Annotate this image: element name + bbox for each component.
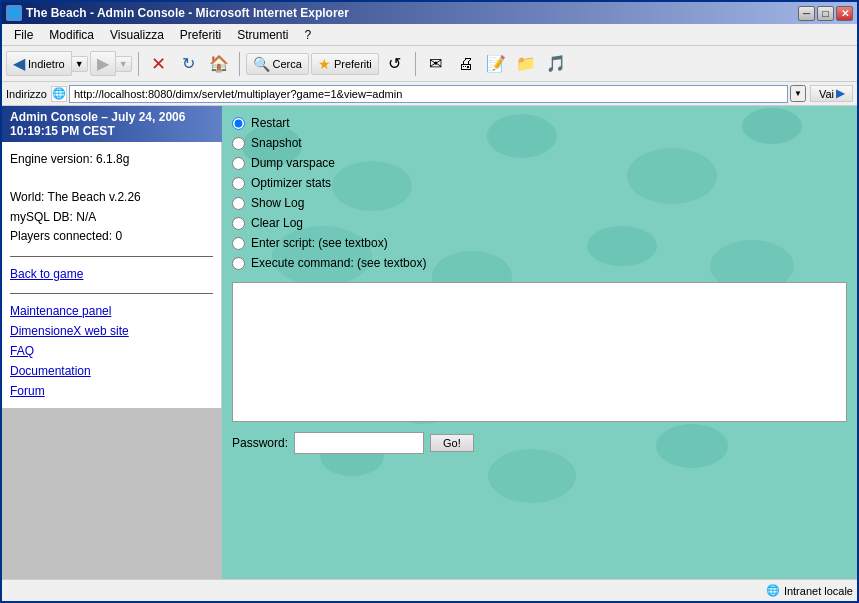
address-input[interactable] <box>69 85 788 103</box>
media-button[interactable]: 🎵 <box>542 50 570 78</box>
folder-button[interactable]: 📁 <box>512 50 540 78</box>
address-bar: Indirizzo 🌐 ▼ Vai ▶ <box>2 82 857 106</box>
radio-clear-log[interactable]: Clear Log <box>232 216 847 230</box>
dimensionex-link[interactable]: DimensioneX web site <box>10 324 213 338</box>
forward-button[interactable]: ▶ <box>90 51 116 76</box>
favorites-icon: ★ <box>318 56 331 72</box>
content-inner: Restart Snapshot Dump varspace Opti <box>232 116 847 454</box>
history-icon: ↺ <box>388 54 401 73</box>
status-right: 🌐 Intranet locale <box>766 584 853 597</box>
stop-button[interactable]: ✕ <box>145 50 173 78</box>
password-input[interactable] <box>294 432 424 454</box>
password-row: Password: Go! <box>232 432 847 454</box>
refresh-button[interactable]: ↻ <box>175 50 203 78</box>
back-to-game-link[interactable]: Back to game <box>10 267 213 281</box>
radio-optimizer-label: Optimizer stats <box>251 176 331 190</box>
sidebar-divider-2 <box>10 293 213 294</box>
radio-snapshot-input[interactable] <box>232 137 245 150</box>
restore-button[interactable]: □ <box>817 6 834 21</box>
menu-bar: File Modifica Visualizza Preferiti Strum… <box>2 24 857 46</box>
page-icon: 🌐 <box>51 86 67 102</box>
radio-execute-input[interactable] <box>232 257 245 270</box>
main-header: Admin Console – July 24, 2006 10:19:15 P… <box>2 106 222 142</box>
radio-dump-input[interactable] <box>232 157 245 170</box>
content-area: Restart Snapshot Dump varspace Opti <box>222 106 857 579</box>
radio-restart[interactable]: Restart <box>232 116 847 130</box>
window-controls: ─ □ ✕ <box>798 6 853 21</box>
folder-icon: 📁 <box>516 54 536 73</box>
toolbar-sep-3 <box>415 52 416 76</box>
back-icon: ◀ <box>13 54 25 73</box>
print-icon: 🖨 <box>458 55 474 73</box>
radio-restart-input[interactable] <box>232 117 245 130</box>
menu-visualizza[interactable]: Visualizza <box>102 26 172 44</box>
engine-version: Engine version: 6.1.8g <box>10 150 213 169</box>
radio-script-label: Enter script: (see textbox) <box>251 236 388 250</box>
edit-icon: 📝 <box>486 54 506 73</box>
toolbar-sep-1 <box>138 52 139 76</box>
back-label: Indietro <box>28 58 65 70</box>
minimize-button[interactable]: ─ <box>798 6 815 21</box>
forward-icon: ▶ <box>97 54 109 73</box>
radio-clearlog-input[interactable] <box>232 217 245 230</box>
zone-icon: 🌐 <box>766 584 780 597</box>
go-label: Vai <box>819 88 834 100</box>
favorites-label: Preferiti <box>334 58 372 70</box>
radio-dump-label: Dump varspace <box>251 156 335 170</box>
forward-dropdown[interactable]: ▼ <box>116 56 132 72</box>
menu-help[interactable]: ? <box>297 26 320 44</box>
forum-link[interactable]: Forum <box>10 384 213 398</box>
refresh-icon: ↻ <box>182 54 195 73</box>
zone-label: Intranet locale <box>784 585 853 597</box>
go-submit-button[interactable]: Go! <box>430 434 474 452</box>
radio-script-input[interactable] <box>232 237 245 250</box>
favorites-button[interactable]: ★ Preferiti <box>311 53 379 75</box>
back-dropdown[interactable]: ▼ <box>72 56 88 72</box>
script-textarea[interactable] <box>232 282 847 422</box>
radio-snapshot[interactable]: Snapshot <box>232 136 847 150</box>
home-button[interactable]: 🏠 <box>205 50 233 78</box>
documentation-link[interactable]: Documentation <box>10 364 213 378</box>
browser-window: 🌐 The Beach - Admin Console - Microsoft … <box>0 0 859 603</box>
radio-execute-label: Execute command: (see textbox) <box>251 256 426 270</box>
password-label: Password: <box>232 436 288 450</box>
radio-optimizer-stats[interactable]: Optimizer stats <box>232 176 847 190</box>
edit-button[interactable]: 📝 <box>482 50 510 78</box>
mail-button[interactable]: ✉ <box>422 50 450 78</box>
radio-optimizer-input[interactable] <box>232 177 245 190</box>
forward-nav-group: ▶ ▼ <box>90 51 132 76</box>
history-button[interactable]: ↺ <box>381 50 409 78</box>
back-nav-group: ◀ Indietro ▼ <box>6 51 88 76</box>
menu-file[interactable]: File <box>6 26 41 44</box>
search-label: Cerca <box>273 58 302 70</box>
address-input-wrap: 🌐 ▼ <box>51 85 806 103</box>
address-dropdown[interactable]: ▼ <box>790 85 806 102</box>
status-bar: 🌐 Intranet locale <box>2 579 857 601</box>
sidebar-container: Admin Console – July 24, 2006 10:19:15 P… <box>2 106 222 579</box>
faq-link[interactable]: FAQ <box>10 344 213 358</box>
menu-strumenti[interactable]: Strumenti <box>229 26 296 44</box>
svg-point-15 <box>488 449 576 503</box>
main-content: Admin Console – July 24, 2006 10:19:15 P… <box>2 106 857 579</box>
radio-show-log[interactable]: Show Log <box>232 196 847 210</box>
print-button[interactable]: 🖨 <box>452 50 480 78</box>
media-icon: 🎵 <box>546 54 566 73</box>
menu-preferiti[interactable]: Preferiti <box>172 26 229 44</box>
address-label: Indirizzo <box>6 88 47 100</box>
menu-modifica[interactable]: Modifica <box>41 26 102 44</box>
radio-showlog-label: Show Log <box>251 196 304 210</box>
content-body: Restart Snapshot Dump varspace Opti <box>222 106 857 579</box>
close-button[interactable]: ✕ <box>836 6 853 21</box>
radio-dump-varspace[interactable]: Dump varspace <box>232 156 847 170</box>
window-title: The Beach - Admin Console - Microsoft In… <box>26 6 349 20</box>
radio-showlog-input[interactable] <box>232 197 245 210</box>
radio-enter-script[interactable]: Enter script: (see textbox) <box>232 236 847 250</box>
search-button[interactable]: 🔍 Cerca <box>246 53 309 75</box>
go-button[interactable]: Vai ▶ <box>810 85 853 102</box>
back-button[interactable]: ◀ Indietro <box>6 51 72 76</box>
radio-clearlog-label: Clear Log <box>251 216 303 230</box>
radio-execute-command[interactable]: Execute command: (see textbox) <box>232 256 847 270</box>
radio-restart-label: Restart <box>251 116 290 130</box>
players-line: Players connected: 0 <box>10 227 213 246</box>
maintenance-link[interactable]: Maintenance panel <box>10 304 213 318</box>
